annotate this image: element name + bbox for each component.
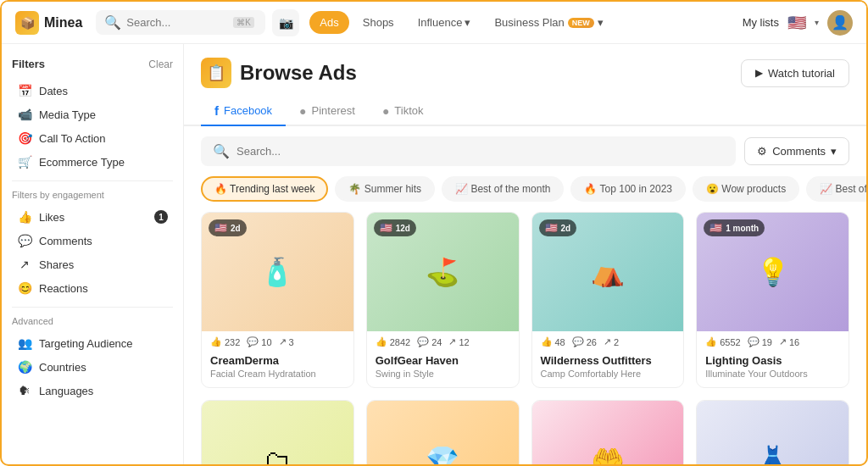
sidebar-item-media-type[interactable]: 📹 Media Type bbox=[12, 103, 173, 126]
sidebar-item-label: Ecommerce Type bbox=[39, 156, 125, 169]
card-image: 🤲 bbox=[532, 401, 684, 466]
sidebar-divider bbox=[12, 180, 173, 181]
page-title: Browse Ads bbox=[240, 61, 357, 85]
chip-label: 🔥 Top 100 in 2023 bbox=[584, 183, 672, 195]
card-stylemodel[interactable]: 👗 bbox=[696, 400, 849, 466]
card-tagline: Illuminate Your Outdoors bbox=[705, 369, 840, 379]
chip-wow[interactable]: 😮 Wow products bbox=[693, 176, 799, 202]
card-comments-stat: 💬 26 bbox=[572, 336, 597, 347]
card-brand: Wilderness Outfitters bbox=[541, 354, 676, 367]
card-lighting[interactable]: 💡 🇺🇸 1 month 👍 6552 💬 19 ↗ 16 Lighting O… bbox=[696, 212, 849, 388]
tab-tiktok[interactable]: ● Tiktok bbox=[369, 97, 437, 126]
card-image: 🗂 bbox=[202, 401, 353, 466]
nav-influence[interactable]: Influence ▾ bbox=[408, 11, 481, 34]
clear-filters-button[interactable]: Clear bbox=[148, 58, 173, 70]
search-filter-bar: 🔍 ⚙ Comments ▾ bbox=[184, 126, 866, 176]
card-handcraft[interactable]: 🤲 bbox=[531, 400, 685, 466]
nav-items: Ads Shops Influence ▾ Business Plan NEW … bbox=[309, 11, 613, 34]
nav-shops[interactable]: Shops bbox=[353, 11, 404, 34]
card-wilderness[interactable]: ⛺ 🇺🇸 2d 👍 48 💬 26 ↗ 2 Wilderness Outfitt… bbox=[531, 212, 685, 388]
sidebar-item-label: Media Type bbox=[39, 108, 96, 121]
filter-sort-icon: ⚙ bbox=[757, 145, 767, 158]
page-icon: 📋 bbox=[201, 58, 231, 88]
sidebar-item-comments[interactable]: 💬 Comments bbox=[12, 229, 173, 252]
user-avatar[interactable]: 👤 bbox=[827, 10, 853, 36]
nav-business-plan[interactable]: Business Plan NEW ▾ bbox=[484, 11, 613, 34]
card-image: 💎 bbox=[367, 401, 519, 466]
chip-top100[interactable]: 🔥 Top 100 in 2023 bbox=[570, 176, 686, 202]
card-likes-stat: 👍 2842 bbox=[376, 336, 410, 347]
sidebar-item-targeting[interactable]: 👥 Targeting Audience bbox=[12, 331, 173, 355]
sidebar-item-cta[interactable]: 🎯 Call To Action bbox=[12, 126, 173, 150]
top-search-bar[interactable]: 🔍 ⌘K bbox=[96, 10, 265, 35]
card-badge: 🇺🇸 1 month bbox=[704, 219, 765, 236]
watch-tutorial-button[interactable]: ▶ Watch tutorial bbox=[741, 59, 849, 87]
sidebar: Filters Clear 📅 Dates 📹 Media Type 🎯 Cal… bbox=[2, 44, 184, 466]
advanced-label: Advanced bbox=[12, 316, 173, 326]
card-stats: 👍 48 💬 26 ↗ 2 bbox=[532, 331, 684, 351]
sidebar-item-label: Targeting Audience bbox=[39, 337, 133, 350]
card-info: CreamDerma Facial Cream Hydratation bbox=[202, 351, 353, 387]
flag-icon[interactable]: 🇺🇸 bbox=[787, 14, 806, 32]
chip-best-month-2[interactable]: 📈 Best of the month bbox=[806, 176, 866, 202]
card-creamderma[interactable]: 🧴 🇺🇸 2d 👍 232 💬 10 ↗ 3 CreamDerma Facial… bbox=[201, 212, 354, 388]
sidebar-item-label: Comments bbox=[39, 235, 92, 247]
comments-filter-chevron: ▾ bbox=[831, 145, 837, 158]
card-shares-stat: ↗ 2 bbox=[604, 336, 619, 347]
search-kbd: ⌘K bbox=[233, 17, 254, 28]
sidebar-item-ecommerce[interactable]: 🛒 Ecommerce Type bbox=[12, 150, 173, 174]
sidebar-item-label: Dates bbox=[39, 85, 68, 97]
sidebar-divider-2 bbox=[12, 307, 173, 308]
card-tagline: Facial Cream Hydratation bbox=[210, 369, 345, 379]
new-badge: NEW bbox=[568, 18, 594, 28]
sidebar-item-label: Call To Action bbox=[39, 132, 106, 145]
tab-pinterest[interactable]: ● Pinterest bbox=[286, 97, 369, 126]
comments-icon: 💬 bbox=[17, 234, 32, 247]
flag-chevron-icon[interactable]: ▾ bbox=[815, 18, 819, 27]
card-days: 2d bbox=[561, 224, 571, 233]
card-flag-icon: 🇺🇸 bbox=[214, 222, 227, 234]
shares-icon: ↗ bbox=[17, 258, 32, 271]
sidebar-item-shares[interactable]: ↗ Shares bbox=[12, 252, 173, 276]
sidebar-item-likes[interactable]: 👍 Likes 1 bbox=[12, 205, 173, 229]
chip-best-month[interactable]: 📈 Best of the month bbox=[442, 176, 564, 202]
reactions-icon: 😊 bbox=[17, 281, 32, 295]
card-deskcraft[interactable]: 🗂 bbox=[201, 400, 354, 466]
countries-icon: 🌍 bbox=[17, 360, 32, 374]
card-shares-stat: ↗ 3 bbox=[279, 336, 294, 347]
card-days: 1 month bbox=[726, 224, 759, 233]
my-lists-button[interactable]: My lists bbox=[743, 16, 779, 29]
tab-facebook-label: Facebook bbox=[224, 104, 272, 117]
card-info: GolfGear Haven Swing in Style bbox=[367, 351, 519, 387]
content-search[interactable]: 🔍 bbox=[201, 136, 736, 166]
chip-label: 📈 Best of the month bbox=[455, 183, 550, 195]
sidebar-item-reactions[interactable]: 😊 Reactions bbox=[12, 276, 173, 300]
chip-trending[interactable]: 🔥 Trending last week bbox=[201, 176, 328, 202]
card-jewelbox[interactable]: 💎 bbox=[366, 400, 520, 466]
tab-facebook[interactable]: f Facebook bbox=[201, 97, 286, 126]
card-info: Wilderness Outfitters Camp Comfortably H… bbox=[532, 351, 684, 387]
card-brand: CreamDerma bbox=[210, 354, 345, 367]
card-shares-stat: ↗ 16 bbox=[779, 336, 799, 347]
sidebar-item-countries[interactable]: 🌍 Countries bbox=[12, 355, 173, 379]
content-search-input[interactable] bbox=[236, 145, 724, 158]
card-days: 12d bbox=[396, 224, 410, 233]
sidebar-item-languages[interactable]: 🗣 Languages bbox=[12, 379, 173, 402]
chip-summer[interactable]: 🌴 Summer hits bbox=[335, 176, 435, 202]
ecommerce-icon: 🛒 bbox=[17, 155, 32, 169]
main-area: Filters Clear 📅 Dates 📹 Media Type 🎯 Cal… bbox=[2, 44, 866, 466]
comments-filter-button[interactable]: ⚙ Comments ▾ bbox=[744, 137, 849, 165]
chip-label: 😮 Wow products bbox=[706, 183, 786, 195]
card-tagline: Swing in Style bbox=[376, 369, 510, 379]
card-golfgear[interactable]: ⛳ 🇺🇸 12d 👍 2842 💬 24 ↗ 12 GolfGear Haven… bbox=[366, 212, 520, 388]
likes-icon: 👍 bbox=[17, 210, 32, 224]
logo-icon: 📦 bbox=[15, 11, 39, 35]
camera-button[interactable]: 📷 bbox=[272, 9, 299, 36]
sidebar-item-dates[interactable]: 📅 Dates bbox=[12, 79, 173, 103]
card-badge: 🇺🇸 2d bbox=[539, 219, 577, 236]
card-comments-stat: 💬 24 bbox=[417, 336, 442, 347]
top-search-input[interactable] bbox=[126, 16, 228, 29]
sidebar-item-label: Shares bbox=[39, 258, 74, 271]
nav-ads[interactable]: Ads bbox=[309, 11, 348, 34]
card-shares-value: 12 bbox=[459, 337, 469, 347]
